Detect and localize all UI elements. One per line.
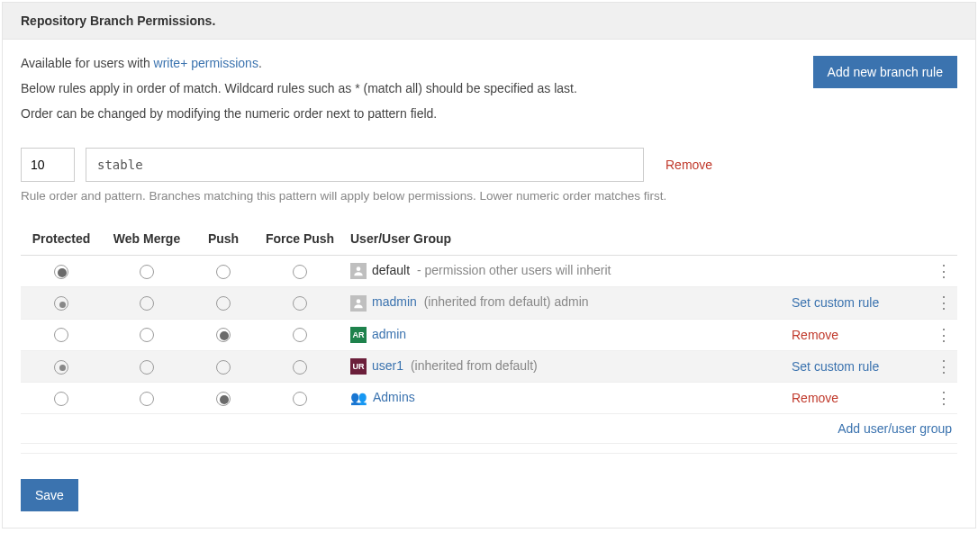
col-menu <box>930 222 957 256</box>
cell-force_push <box>255 319 345 350</box>
cell-protected <box>21 287 102 319</box>
table-row: ARadminRemove⋮ <box>21 319 957 350</box>
user-link[interactable]: user1 <box>372 358 403 373</box>
rule-pattern-input[interactable] <box>86 148 644 182</box>
user-note: (inherited from default) admin <box>421 294 589 309</box>
cell-push <box>192 319 255 350</box>
permission-radio[interactable] <box>54 392 68 406</box>
cell-force_push <box>255 256 345 287</box>
cell-user: ARadmin <box>345 319 786 350</box>
cell-force_push <box>255 350 345 382</box>
permission-radio[interactable] <box>216 392 231 406</box>
cell-action: Remove <box>786 383 930 414</box>
permission-radio[interactable] <box>216 265 231 279</box>
rule-order-input[interactable] <box>21 148 75 182</box>
add-user-group-link[interactable]: Add user/user group <box>838 421 952 436</box>
permission-radio[interactable] <box>293 296 307 311</box>
intro-line1-pre: Available for users with <box>21 56 154 70</box>
cell-user: default - permission other users will in… <box>345 256 786 287</box>
cell-web_merge <box>102 350 192 382</box>
set-custom-rule-link[interactable]: Set custom rule <box>792 295 879 310</box>
avatar-icon: AR <box>350 327 367 343</box>
cell-action: Set custom rule <box>786 350 930 382</box>
cell-push <box>192 287 255 319</box>
row-menu-icon[interactable]: ⋮ <box>930 319 957 350</box>
permission-radio[interactable] <box>216 296 231 311</box>
avatar-icon <box>350 263 367 279</box>
permission-radio[interactable] <box>293 360 307 375</box>
permission-radio[interactable] <box>140 360 154 375</box>
permission-radio[interactable] <box>54 328 68 342</box>
user-link[interactable]: madmin <box>372 294 417 309</box>
table-row: default - permission other users will in… <box>21 256 957 287</box>
cell-push <box>192 350 255 382</box>
rule-help-text: Rule order and pattern. Branches matchin… <box>21 189 957 203</box>
permission-radio[interactable] <box>216 360 231 375</box>
cell-user: URuser1 (inherited from default) <box>345 350 786 382</box>
cell-user: 👥Admins <box>345 383 786 414</box>
permission-radio[interactable] <box>293 328 307 342</box>
cell-action: Remove <box>786 319 930 350</box>
cell-web_merge <box>102 383 192 414</box>
col-force-push: Force Push <box>255 222 345 256</box>
remove-user-link[interactable]: Remove <box>792 328 838 342</box>
table-header-row: Protected Web Merge Push Force Push User… <box>21 222 957 256</box>
col-action <box>786 222 930 256</box>
row-menu-icon[interactable]: ⋮ <box>930 350 957 382</box>
cell-protected <box>21 350 102 382</box>
cell-force_push <box>255 383 345 414</box>
permission-radio[interactable] <box>54 360 68 375</box>
permission-radio[interactable] <box>54 265 68 279</box>
user-link[interactable]: admin <box>372 327 406 341</box>
cell-action: Set custom rule <box>786 287 930 319</box>
permission-radio[interactable] <box>140 265 154 279</box>
permission-radio[interactable] <box>140 296 154 311</box>
svg-point-1 <box>357 299 361 303</box>
cell-protected <box>21 256 102 287</box>
avatar-icon: UR <box>350 358 367 375</box>
row-menu-icon[interactable]: ⋮ <box>930 256 957 287</box>
permission-radio[interactable] <box>140 392 154 406</box>
cell-push <box>192 256 255 287</box>
table-row: URuser1 (inherited from default)Set cust… <box>21 350 957 382</box>
intro-line-1: Available for users with write+ permissi… <box>21 56 577 70</box>
cell-web_merge <box>102 287 192 319</box>
col-protected: Protected <box>21 222 102 256</box>
cell-web_merge <box>102 256 192 287</box>
save-row: Save <box>21 479 957 511</box>
permission-radio[interactable] <box>293 392 307 406</box>
set-custom-rule-link[interactable]: Set custom rule <box>792 359 879 374</box>
cell-protected <box>21 319 102 350</box>
group-icon: 👥 <box>350 390 367 406</box>
intro-text: Available for users with write+ permissi… <box>21 56 577 131</box>
permission-radio[interactable] <box>293 265 307 279</box>
intro-line-3: Order can be changed by modifying the nu… <box>21 106 577 121</box>
permission-radio[interactable] <box>216 328 231 342</box>
col-push: Push <box>192 222 255 256</box>
cell-user: madmin (inherited from default) admin <box>345 287 786 319</box>
remove-user-link[interactable]: Remove <box>792 391 838 405</box>
table-row: 👥AdminsRemove⋮ <box>21 383 957 414</box>
cell-action <box>786 256 930 287</box>
user-name: default <box>372 263 410 277</box>
table-row: madmin (inherited from default) adminSet… <box>21 287 957 319</box>
save-button[interactable]: Save <box>21 479 78 511</box>
cell-push <box>192 383 255 414</box>
add-branch-rule-button[interactable]: Add new branch rule <box>813 56 957 88</box>
row-menu-icon[interactable]: ⋮ <box>930 383 957 414</box>
avatar-icon <box>350 295 367 312</box>
intro-line1-post: . <box>258 56 262 70</box>
permission-radio[interactable] <box>140 328 154 342</box>
footer-separator <box>21 453 957 454</box>
user-note: (inherited from default) <box>407 358 538 373</box>
user-link[interactable]: Admins <box>373 390 415 404</box>
intro-line-2: Below rules apply in order of match. Wil… <box>21 81 577 95</box>
svg-point-0 <box>357 267 361 272</box>
intro-row: Available for users with write+ permissi… <box>21 56 957 131</box>
permission-radio[interactable] <box>54 296 68 311</box>
write-permissions-link[interactable]: write+ permissions <box>154 56 258 70</box>
row-menu-icon[interactable]: ⋮ <box>930 287 957 319</box>
remove-rule-link[interactable]: Remove <box>666 158 712 172</box>
cell-web_merge <box>102 319 192 350</box>
col-web-merge: Web Merge <box>102 222 192 256</box>
